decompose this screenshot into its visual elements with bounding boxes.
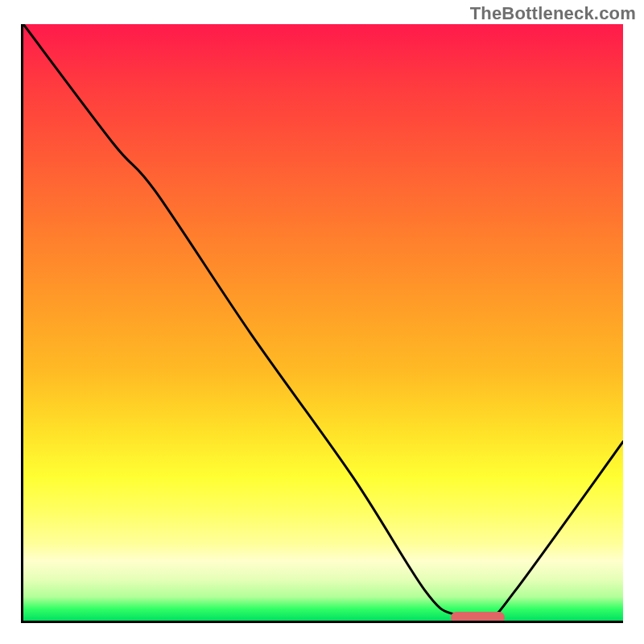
bottleneck-curve-path	[23, 24, 623, 617]
watermark-text: TheBottleneck.com	[470, 3, 636, 24]
plot-area	[21, 24, 623, 623]
optimal-range-marker	[451, 612, 505, 623]
curve-svg	[23, 24, 623, 621]
